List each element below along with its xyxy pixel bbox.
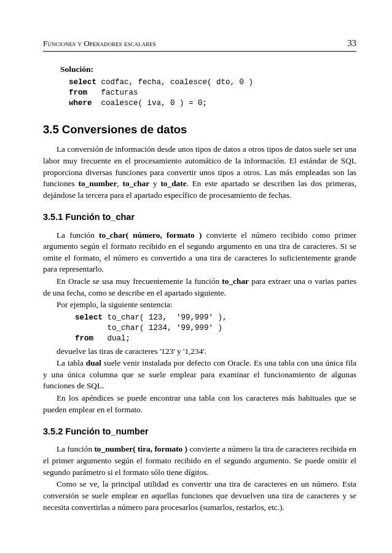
bold-dual: dual bbox=[86, 358, 101, 367]
code-text: facturas bbox=[101, 88, 138, 97]
p-3-5-2-1: La función to_number( tira, formato ) co… bbox=[43, 444, 356, 478]
subsection-heading-3-5-1: 3.5.1 Función to_char bbox=[43, 211, 356, 223]
bold-to-date: to_date bbox=[160, 179, 186, 188]
code-text: to_char( 123, '99,999' ), bbox=[108, 313, 227, 322]
subsection-heading-3-5-2: 3.5.2 Función to_number bbox=[43, 425, 356, 437]
section-heading-3-5: 3.5 Conversiones de datos bbox=[43, 122, 356, 138]
bold-to-char: to_char bbox=[123, 179, 150, 188]
p-3-5-1-6: En los apéndices se puede encontrar una … bbox=[43, 393, 356, 415]
p-3-5-1-4: devuelve las tiras de caracteres '123' y… bbox=[43, 346, 356, 358]
solution-block: Solución: select codfac, fecha, coalesce… bbox=[60, 64, 356, 109]
kw-from: from bbox=[75, 334, 108, 343]
p-3-5-1-5: La tabla dual suele venir instalada por … bbox=[43, 358, 356, 392]
bold-to-char-inline: to_char bbox=[222, 276, 249, 286]
bold-signature-to-char: to_char( número, formato ) bbox=[99, 230, 202, 240]
running-header: Funciones y Operadores escalares 33 bbox=[43, 37, 356, 52]
p-3-5-1-1: La función to_char( número, formato ) co… bbox=[43, 230, 356, 275]
kw-select: select bbox=[75, 313, 108, 322]
page-number: 33 bbox=[348, 37, 357, 49]
code-text: dual; bbox=[108, 334, 131, 343]
header-title: Funciones y Operadores escalares bbox=[43, 38, 155, 50]
p-3-5-2-2: Como se ve, la principal utilidad es con… bbox=[43, 479, 356, 513]
section-3-5-paragraph-1: La conversión de información desde unos … bbox=[43, 144, 356, 201]
solution-code: select codfac, fecha, coalesce( dto, 0 )… bbox=[69, 77, 356, 109]
kw-where: where bbox=[69, 99, 101, 108]
solution-label: Solución: bbox=[60, 64, 356, 76]
code-text: to_char( 1234, '99,999' ) bbox=[75, 324, 222, 332]
p-3-5-1-2: En Oracle se usa muy frecuentemente la f… bbox=[43, 276, 356, 299]
p-3-5-1-3: Por ejemplo, la siguiente sentencia: bbox=[43, 299, 356, 311]
bold-signature-to-number: to_number( tira, formato ) bbox=[94, 444, 187, 453]
bold-to-number: to_number bbox=[79, 179, 117, 188]
code-text: codfac, fecha, coalesce( dto, 0 ) bbox=[101, 78, 254, 87]
code-text: coalesce( iva, 0 ) = 0; bbox=[101, 99, 208, 108]
example-code-to-char: select to_char( 123, '99,999' ), to_char… bbox=[75, 313, 356, 344]
kw-select: select bbox=[69, 78, 101, 87]
kw-from: from bbox=[69, 88, 101, 97]
